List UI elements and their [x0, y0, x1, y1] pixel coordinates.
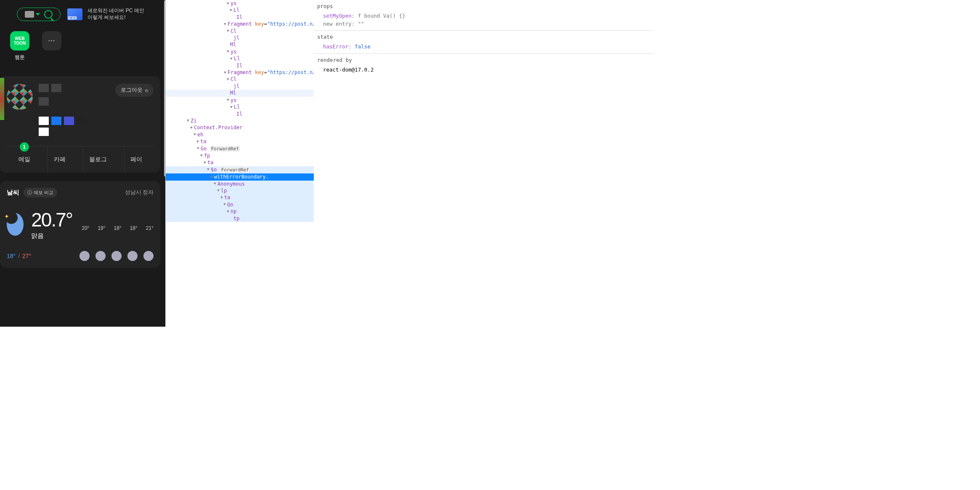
chevron-down-icon — [230, 58, 233, 60]
chevron-down-icon — [223, 203, 226, 205]
hourly-temps: 20° 19° 18° 18° 21° — [82, 216, 154, 233]
app-label: 웹툰 — [10, 54, 29, 61]
svc-mail[interactable]: 1 메일 — [13, 146, 36, 173]
chip-label: 예보 비교 — [34, 189, 53, 196]
chevron-down-icon — [214, 183, 216, 185]
logout-icon — [145, 88, 148, 93]
chevron-down-icon — [196, 141, 199, 143]
promo[interactable]: 새로워진 네이버 PC 메인 이렇게 써보세요! — [67, 8, 144, 21]
info-icon: ⓘ — [27, 189, 32, 196]
component-tree[interactable]: ysLlIlFragment key="https://post.n…"Cljl… — [165, 0, 314, 327]
keyboard-select[interactable] — [25, 11, 40, 18]
tree-row-$o[interactable]: $o ForwardRef — [166, 166, 314, 173]
tree-row-jl[interactable]: jl — [166, 83, 314, 90]
user-card: 로그아웃 1 메일 카페 블로그 페이 — [0, 76, 160, 173]
chevron-down-icon — [36, 13, 40, 16]
cloud-icon — [143, 251, 154, 261]
tree-row-Ll[interactable]: Ll — [166, 7, 314, 13]
tree-row-lp[interactable]: lp — [166, 187, 314, 194]
side-banner — [0, 78, 4, 120]
chevron-down-icon — [224, 23, 226, 25]
app-webtoon[interactable]: WEBTOON 웹툰 — [10, 31, 29, 61]
h2: 18° — [114, 225, 122, 231]
section-title: props — [317, 3, 650, 11]
tree-row-Il[interactable]: Il — [166, 111, 314, 117]
svc-blog[interactable]: 블로그 — [83, 146, 113, 173]
promo-line1: 새로워진 네이버 PC 메인 — [87, 8, 144, 14]
chevron-down-icon — [227, 30, 229, 32]
search-pill[interactable] — [17, 8, 61, 21]
tree-row-fp[interactable]: fp — [166, 152, 314, 159]
keyboard-icon — [25, 11, 34, 18]
h3: 18° — [130, 225, 138, 231]
tree-row-Cl[interactable]: Cl — [166, 76, 314, 83]
prop-value: f bound Va() {} — [358, 13, 405, 19]
svc-cafe[interactable]: 카페 — [48, 146, 72, 173]
h1: 19° — [98, 225, 105, 231]
search-icon[interactable] — [44, 10, 53, 19]
cloud-icon — [95, 251, 106, 261]
chevron-down-icon — [190, 127, 193, 129]
tree-row-tp[interactable]: tp — [166, 215, 314, 222]
tree-row-Ml[interactable]: Ml — [166, 90, 314, 96]
state-row[interactable]: hasError: false — [317, 43, 650, 51]
tree-row-Ll[interactable]: Ll — [166, 55, 314, 62]
chevron-down-icon — [227, 99, 229, 101]
promo-line2: 이렇게 써보세요! — [87, 14, 144, 21]
weather-temp: 20.7° — [31, 208, 72, 231]
logout-button[interactable]: 로그아웃 — [115, 84, 154, 97]
tree-row-Fragment[interactable]: Fragment key="https://post.n…" — [166, 21, 314, 27]
weather-cond: 맑음 — [31, 232, 72, 240]
tree-row-Il[interactable]: Il — [166, 62, 314, 69]
prop-row[interactable]: new entry: "" — [317, 20, 650, 28]
promo-text: 새로워진 네이버 PC 메인 이렇게 써보세요! — [87, 8, 144, 21]
cloud-icon — [127, 251, 138, 261]
tree-row-Go[interactable]: Go ForwardRef — [166, 145, 314, 152]
rendered-section: rendered by react-dom@17.0.2 — [314, 53, 653, 77]
tree-row-ta[interactable]: ta — [166, 138, 314, 145]
tree-row-Fragment[interactable]: Fragment key="https://post.n…" — [166, 69, 314, 76]
tree-row-ta[interactable]: ta — [166, 159, 314, 166]
chevron-down-icon — [200, 154, 203, 157]
header-row: 새로워진 네이버 PC 메인 이렇게 써보세요! — [0, 0, 165, 21]
weather-location[interactable]: 성남시 정자 — [125, 189, 154, 196]
rendered-by-value[interactable]: react-dom@17.0.2 — [317, 66, 650, 74]
svc-pay[interactable]: 페이 — [124, 146, 148, 173]
tree-row-Il[interactable]: Il — [166, 14, 314, 21]
avatar[interactable] — [7, 84, 33, 110]
tree-row-ys[interactable]: ys — [166, 0, 314, 7]
tree-row-ta[interactable]: ta — [166, 194, 314, 201]
tree-row-Cl[interactable]: Cl — [166, 28, 314, 35]
tree-row-ys[interactable]: ys — [166, 97, 314, 104]
chevron-down-icon — [227, 210, 229, 213]
svc-label: 카페 — [54, 156, 66, 162]
tree-row-Zi[interactable]: Zi — [166, 117, 314, 124]
props-section: props setMyOpen: f bound Va() {} new ent… — [314, 0, 653, 30]
chevron-down-icon — [193, 133, 196, 136]
chevron-down-icon — [220, 197, 223, 199]
chevron-down-icon — [204, 162, 206, 164]
tree-row-Ll[interactable]: Ll — [166, 104, 314, 110]
chevron-down-icon — [187, 120, 189, 122]
tree-row-eh[interactable]: eh — [166, 131, 314, 138]
tree-row-withErrorBoundary.[interactable]: withErrorBoundary. — [166, 173, 314, 180]
app-more[interactable]: ··· — [42, 31, 61, 61]
section-title: state — [317, 33, 650, 41]
tree-row-Ml[interactable]: Ml — [166, 41, 314, 48]
tree-row-Context.Provider[interactable]: Context.Provider — [166, 124, 314, 131]
apps-row: WEBTOON 웹툰 ··· — [0, 21, 165, 61]
tree-row-Qo[interactable]: Qo — [166, 201, 314, 208]
tree-row-jl[interactable]: jl — [166, 35, 314, 41]
tree-row-ys[interactable]: ys — [166, 48, 314, 55]
tree-row-np[interactable]: np — [166, 208, 314, 215]
high-temp: 27° — [22, 253, 31, 259]
prop-row[interactable]: setMyOpen: f bound Va() {} — [317, 12, 650, 20]
tree-row-Anonymous[interactable]: Anonymous — [166, 181, 314, 187]
h0: 20° — [82, 225, 89, 231]
state-value: false — [355, 43, 371, 50]
inspector-panel: props setMyOpen: f bound Va() {} new ent… — [314, 0, 653, 327]
logout-label: 로그아웃 — [121, 87, 143, 94]
cloud-icon — [111, 251, 122, 261]
forecast-chip[interactable]: ⓘ 예보 비교 — [24, 188, 57, 197]
chevron-down-icon — [227, 3, 229, 5]
